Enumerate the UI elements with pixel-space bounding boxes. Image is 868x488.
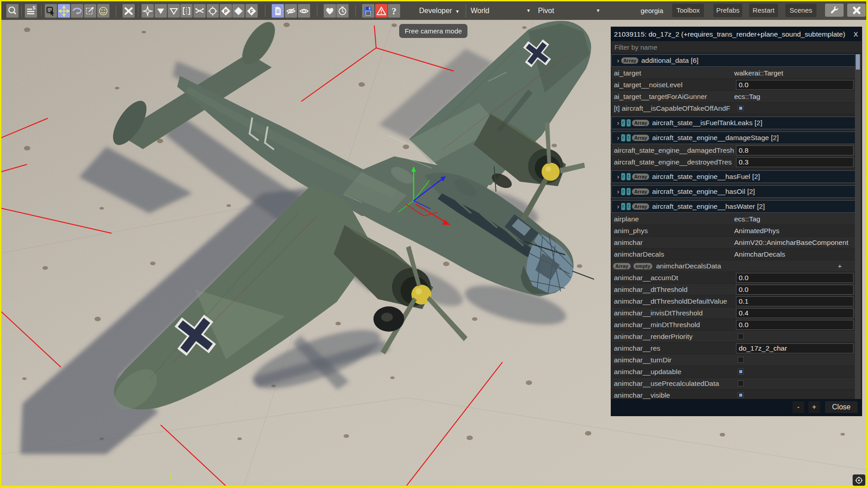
svg-text:?: ? <box>392 5 396 17</box>
svg-text:F: F <box>250 8 253 14</box>
svg-text:P: P <box>224 8 227 14</box>
svg-text:S: S <box>33 5 36 10</box>
